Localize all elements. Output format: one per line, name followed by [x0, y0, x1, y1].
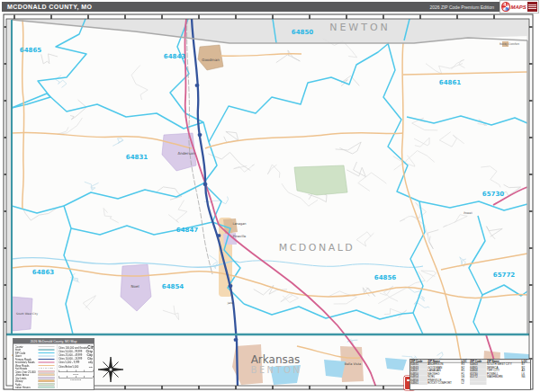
interstate-shield-icon	[234, 338, 238, 342]
zip-code-label: 64863	[32, 269, 54, 276]
zip-code-label: 64831	[126, 154, 148, 161]
city-name-label: Pineville	[233, 235, 247, 238]
interstate-shield-icon	[217, 234, 220, 237]
map-document: MCDONALD COUNTY, MO 2026 ZIP Code Premiu…	[0, 0, 540, 392]
map-legend: 2026 McDonald County, MO Map CountyState…	[13, 338, 94, 390]
scale-bar: Kilometers	[58, 376, 93, 381]
city-name-label: Bella Vista	[345, 362, 361, 366]
zip-code-label: 64843	[164, 53, 185, 60]
zip-code-label: 64850	[292, 29, 313, 36]
map-layers: NEWTONMCDONALDArkansasBENTON648656484364…	[6, 19, 529, 388]
neighbor-county-label: NEWTON	[329, 22, 391, 33]
county-map-canvas[interactable]: NEWTONMCDONALDArkansasBENTON648656484364…	[0, 0, 540, 392]
benton-county-label: BENTON	[250, 365, 302, 375]
city-name-label: Powell	[464, 211, 472, 215]
interstate-shield-icon	[195, 84, 199, 87]
city-name-label: Noel	[130, 284, 139, 289]
county-name-label: MCDONALD	[279, 242, 356, 254]
zip-code-label: 65772	[493, 272, 515, 279]
zip-code-label: 65730	[482, 191, 504, 198]
scale-bar: Miles	[58, 370, 93, 376]
zip-code-label: 64861	[439, 79, 461, 86]
zip-code-label: 64856	[374, 274, 396, 281]
city-name-label: Lanagan	[232, 222, 246, 226]
zip-code-label: 64847	[176, 227, 198, 234]
compass-rose-icon	[97, 356, 124, 383]
city-name-label: Jane	[227, 301, 234, 305]
zip-code-label: 64865	[20, 47, 41, 54]
zip-table-row: 64861ROCKY COMFORTL2	[410, 382, 530, 386]
legend-item: Indian Reserv.	[15, 386, 57, 389]
interstate-shield-icon	[229, 284, 232, 288]
legend-city-size: Cities Below 5,000city	[58, 365, 93, 370]
state-name-label: Arkansas	[251, 353, 301, 366]
city-name-label: Rocky Comfort	[500, 42, 520, 46]
city-name-label: Goodman	[202, 58, 220, 62]
zip-code-label: 64854	[162, 283, 184, 290]
interstate-shield-icon	[203, 183, 207, 186]
zip-table-grid: ZIP CodeZIP NameLOCZIP CodeZIP NameLOC 6…	[410, 360, 530, 385]
legend-symbol-list: CountyStateZIP CodeWaterPrimary RoadsSec…	[14, 344, 57, 389]
interstate-shield-icon	[198, 133, 202, 137]
zip-code-table: ZIP CodeZIP NameLOCZIP CodeZIP NameLOC 6…	[410, 359, 531, 390]
city-name-label: Anderson	[178, 151, 195, 156]
legend-city-sizes: Cities 100,000 and GreaterCityCities 50,…	[57, 344, 94, 389]
city-name-label: South West City	[16, 312, 38, 316]
